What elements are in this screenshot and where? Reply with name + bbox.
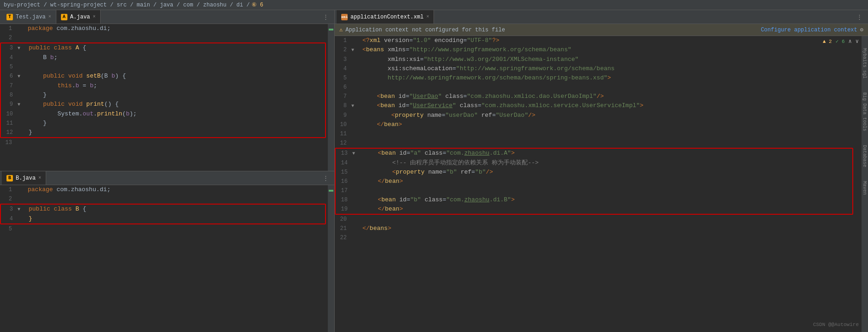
tab-application-context-xml[interactable]: xml applicationContext.xml × <box>337 10 434 24</box>
tab-xml-label: applicationContext.xml <box>350 14 423 20</box>
tab-more-bottom-button[interactable]: ⋮ <box>319 175 332 182</box>
code-line: 1 <?xml version="1.0" encoding="UTF-8"?> <box>335 36 862 45</box>
tab-a-java[interactable]: A A.java × <box>56 10 101 24</box>
close-b-java-icon[interactable]: × <box>38 175 41 181</box>
code-line: 11 <box>335 129 862 139</box>
a-java-editor: 1 package com.zhaoshu.di; 2 3 <box>0 24 334 171</box>
expand-icon[interactable]: ∧ <box>849 38 852 45</box>
code-line: 3 ▼ public class B { <box>1 205 325 214</box>
code-line: 15 <property name="b" ref="b"/> <box>336 168 852 177</box>
close-xml-icon[interactable]: × <box>426 14 429 19</box>
configure-link[interactable]: Configure application context <box>761 27 857 33</box>
code-line: 13 ▼ <bean id="a" class="com.zhaoshu.di.… <box>336 149 852 158</box>
vertical-label-mybaits[interactable]: Mybaits sgl <box>862 48 867 78</box>
code-line: 7 <bean id="UserDao" class="com.zhaoshu.… <box>335 92 862 101</box>
code-line: 10 System.out.println(b); <box>1 109 325 119</box>
code-line: 6 <box>335 83 862 92</box>
code-line: 1 package com.zhaoshu.di; <box>0 24 328 33</box>
code-line: 1 package com.zhaoshu.di; <box>0 185 328 194</box>
code-line: 4 B b; <box>1 53 325 62</box>
code-line: 6 ▼ public void setB(B b) { <box>1 72 325 81</box>
b-java-editor: 1 package com.zhaoshu.di; 2 3 <box>0 185 334 332</box>
annotation-badges: ▲ 2 ✓ 6 ∧ ∨ <box>823 38 859 45</box>
left-top-editor: T Test.java × A A.java × ⋮ 1 <box>0 10 334 171</box>
code-line: 4 xsi:schemaLocation="http://www.springf… <box>335 64 862 73</box>
code-line: 8 ▼ <bean id="UserService" class="com.zh… <box>335 101 862 111</box>
code-line: 18 <bean id="b" class="com.zhaoshu.di.B"… <box>336 195 852 205</box>
code-line: 7 this.b = b; <box>1 81 325 91</box>
code-line: 2 ▼ <beans xmlns="http://www.springframe… <box>335 45 862 55</box>
close-test-java-icon[interactable]: × <box>48 14 51 19</box>
code-line: 4 } <box>1 214 325 223</box>
code-line: 14 <!-- 由程序员手动指定的依赖关系 称为手动装配--> <box>336 158 852 168</box>
code-line: 12 <box>335 139 862 148</box>
right-panel: xml applicationContext.xml × ⋮ ⚠ Applica… <box>335 10 868 332</box>
close-a-java-icon[interactable]: × <box>93 14 96 19</box>
a-java-right-gutter <box>328 24 334 171</box>
breadcrumb-current: ⑥ 6 <box>252 1 263 8</box>
code-line: 10 </bean> <box>335 120 862 129</box>
fold-arrow-icon[interactable]: ▼ <box>18 102 20 107</box>
code-line: 3 xmlns:xsi="http://www.w3.org/2001/XMLS… <box>335 55 862 64</box>
xml-icon: xml <box>341 14 348 20</box>
tab-test-java[interactable]: T Test.java × <box>2 10 56 24</box>
tab-b-java[interactable]: B B.java × <box>2 171 46 185</box>
code-line: 16 </bean> <box>336 177 852 186</box>
watermark: CSDN @@Autowire <box>813 322 859 327</box>
vertical-label-maven[interactable]: Maven <box>862 181 867 195</box>
tab-more-right-button[interactable]: ⋮ <box>853 13 866 21</box>
code-line: 8 } <box>1 91 325 100</box>
vertical-label-bigdata[interactable]: Big Data tools <box>862 92 867 131</box>
code-line: 17 <box>336 186 852 195</box>
vertical-labels: Mybaits sgl Big Data tools Database Mave… <box>861 46 868 197</box>
code-line: 21 </beans> <box>335 224 862 233</box>
breadcrumb-text: byu-project / wt-spring-project / src / … <box>4 2 250 8</box>
b-java-icon: B <box>6 175 13 181</box>
tab-a-java-label: A.java <box>70 14 90 20</box>
xml-right-gutter: Mybaits sgl Big Data tools Database Mave… <box>862 36 868 332</box>
fold-arrow-icon[interactable]: ▼ <box>351 103 354 109</box>
java-icon: T <box>6 14 13 20</box>
b-java-right-gutter <box>328 185 334 332</box>
code-line: 5 <box>0 224 328 234</box>
left-top-tab-bar: T Test.java × A A.java × ⋮ <box>0 10 334 24</box>
fold-arrow-icon[interactable]: ▼ <box>18 74 20 79</box>
tab-test-java-label: Test.java <box>16 14 46 20</box>
xml-scroll[interactable]: 1 <?xml version="1.0" encoding="UTF-8"?>… <box>335 36 862 332</box>
fold-arrow-icon[interactable]: ▼ <box>18 207 20 212</box>
fold-arrow-icon[interactable]: ▼ <box>351 48 354 53</box>
code-line: 20 <box>335 215 862 224</box>
gutter-mark <box>329 190 333 192</box>
code-line: 9 <property name="userDao" ref="UserDao"… <box>335 111 862 120</box>
left-bottom-tab-bar: B B.java × ⋮ <box>0 171 334 185</box>
code-line: 5 <box>1 62 325 72</box>
code-line: 2 <box>0 33 328 42</box>
left-bottom-editor: B B.java × ⋮ 1 package com.zhaoshu.di; <box>0 171 334 332</box>
gutter-mark <box>329 29 333 30</box>
collapse-icon[interactable]: ∨ <box>856 38 859 45</box>
breadcrumb: byu-project / wt-spring-project / src / … <box>0 0 868 10</box>
gear-icon[interactable]: ⚙ <box>860 26 863 33</box>
vertical-label-database[interactable]: Database <box>862 145 867 167</box>
right-tab-bar: xml applicationContext.xml × ⋮ <box>335 10 868 24</box>
code-line: 9 ▼ public void print() { <box>1 100 325 109</box>
main-layout: T Test.java × A A.java × ⋮ 1 <box>0 10 868 332</box>
left-panel: T Test.java × A A.java × ⋮ 1 <box>0 10 335 332</box>
code-line: 12 } <box>1 128 325 137</box>
a-java-scroll[interactable]: 1 package com.zhaoshu.di; 2 3 <box>0 24 328 171</box>
code-line: 13 <box>0 138 328 147</box>
b-java-scroll[interactable]: 1 package com.zhaoshu.di; 2 3 <box>0 185 328 332</box>
code-line: 5 http://www.springframework.org/schema/… <box>335 73 862 83</box>
ok-badge: ✓ 6 <box>836 38 845 44</box>
code-line: 22 <box>335 233 862 242</box>
info-bar: ⚠ Application context not configured for… <box>335 24 868 36</box>
warn-icon: ⚠ <box>339 26 343 33</box>
code-line: 3 ▼ public class A { <box>1 43 325 53</box>
code-line: 2 <box>0 194 328 204</box>
fold-arrow-icon[interactable]: ▼ <box>352 151 355 156</box>
warn-badge: ▲ 2 <box>823 39 832 44</box>
code-line: 19 </bean> <box>336 205 852 214</box>
a-java-icon: A <box>61 14 67 20</box>
fold-arrow-icon[interactable]: ▼ <box>18 46 20 51</box>
tab-more-button[interactable]: ⋮ <box>319 13 332 21</box>
